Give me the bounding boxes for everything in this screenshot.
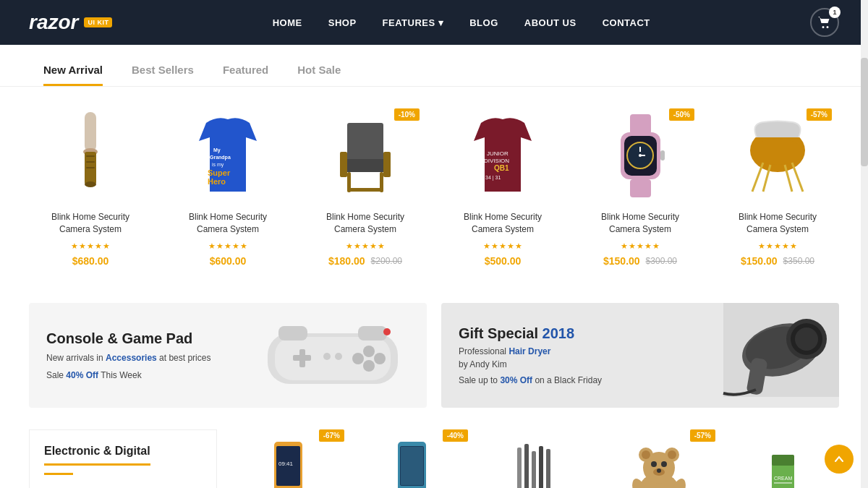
nav-about[interactable]: ABOUT US <box>524 17 576 28</box>
product-name: Blink Home Security Camera System <box>36 211 145 236</box>
product-card-sm[interactable] <box>479 429 592 488</box>
product-card-sm[interactable]: -57% <box>603 429 715 488</box>
product-image: 09:41 <box>268 440 308 488</box>
price-current: $150.00 <box>603 255 640 267</box>
nav-home[interactable]: HOME <box>273 17 302 28</box>
svg-rect-14 <box>340 152 347 177</box>
svg-point-40 <box>363 346 375 357</box>
svg-point-79 <box>661 461 667 467</box>
svg-rect-31 <box>660 150 665 160</box>
scroll-top-button[interactable] <box>825 445 854 474</box>
nav-blog[interactable]: BLOG <box>469 17 498 28</box>
gamepad-image <box>246 312 420 398</box>
svg-rect-68 <box>532 451 536 488</box>
product-name: Blink Home Security Camera System <box>723 211 832 236</box>
svg-point-47 <box>335 353 342 360</box>
svg-text:My: My <box>213 147 221 153</box>
svg-rect-45 <box>299 349 305 367</box>
svg-point-42 <box>352 353 364 364</box>
svg-rect-70 <box>546 449 550 488</box>
price-row: $680.00 <box>72 255 109 267</box>
price-current: $150.00 <box>741 255 778 267</box>
svg-rect-66 <box>517 448 522 488</box>
price-original: $200.00 <box>371 256 402 266</box>
promo-sub-plain: New arrivals in <box>46 353 106 363</box>
svg-text:09:41: 09:41 <box>278 461 294 467</box>
product-card[interactable]: -50% Blink Home <box>579 101 702 274</box>
svg-text:DIVISION: DIVISION <box>484 158 509 164</box>
product-tabs: New Arrival Best Sellers Featured Hot Sa… <box>0 45 868 87</box>
svg-text:JUNIOR: JUNIOR <box>487 150 509 157</box>
product-card[interactable]: -10% Blink Home Security Camera System ★… <box>304 101 427 274</box>
svg-text:QB1: QB1 <box>494 164 509 172</box>
product-card[interactable]: JUNIOR DIVISION QB1 34 | 31 Blink Home S… <box>441 101 564 274</box>
discount-badge: -67% <box>319 429 344 442</box>
svg-rect-88 <box>774 482 792 484</box>
bottom-section: Electronic & Digital -67% 09:41 -40% <box>0 429 868 488</box>
svg-point-6 <box>85 181 96 187</box>
logo-text[interactable]: razor <box>29 11 78 34</box>
tab-hot-sale[interactable]: Hot Sale <box>283 58 355 86</box>
product-stars: ★★★★★ <box>71 241 111 251</box>
promo-section: Console & Game Pad New arrivals in Acces… <box>0 303 868 429</box>
svg-point-33 <box>752 139 804 165</box>
svg-point-81 <box>657 468 661 473</box>
product-image-wrap: -40% <box>355 429 468 488</box>
svg-rect-3 <box>86 155 95 157</box>
tab-best-sellers[interactable]: Best Sellers <box>117 58 208 86</box>
product-stars: ★★★★★ <box>346 241 386 251</box>
product-stars: ★★★★★ <box>483 241 523 251</box>
nav-contact[interactable]: CONTACT <box>603 17 650 28</box>
tab-new-arrival[interactable]: New Arrival <box>29 58 117 86</box>
price-current: $500.00 <box>485 255 522 267</box>
promo-sale-accent: 40% Off <box>66 370 98 380</box>
products-grid: Blink Home Security Camera System ★★★★★ … <box>29 101 839 274</box>
main-nav: HOME SHOP FEATURES ▾ BLOG ABOUT US CONTA… <box>273 17 650 28</box>
bottom-products-row: -67% 09:41 -40% <box>231 429 839 488</box>
promo-sale-gift: Sale up to 30% Off on a Black Friday <box>459 375 602 385</box>
price-current: $180.00 <box>328 255 365 267</box>
promo-card-console[interactable]: Console & Game Pad New arrivals in Acces… <box>29 303 427 408</box>
product-image-wrap: -10% <box>311 108 420 202</box>
price-row: $150.00 $350.00 <box>741 255 814 267</box>
svg-point-78 <box>651 461 657 467</box>
svg-text:Super: Super <box>208 168 231 177</box>
product-card[interactable]: My Grandpa is my Super Hero Blink Home S… <box>166 101 289 274</box>
svg-rect-64 <box>401 447 423 485</box>
product-card[interactable]: -57% Blink Home Security Camera Syste <box>716 101 839 274</box>
promo-text-console: Console & Game Pad New arrivals in Acces… <box>46 330 210 380</box>
nav-shop[interactable]: SHOP <box>328 17 357 28</box>
svg-point-43 <box>363 360 375 372</box>
chevron-up-icon <box>834 454 844 464</box>
svg-rect-48 <box>278 326 307 341</box>
svg-point-56 <box>795 328 818 351</box>
product-name: Blink Home Security Camera System <box>448 211 557 236</box>
price-current: $680.00 <box>72 255 109 267</box>
logo-badge: UI KIT <box>84 17 112 27</box>
svg-rect-69 <box>539 446 543 488</box>
svg-rect-67 <box>524 444 529 488</box>
product-card-sm[interactable]: -40% <box>355 429 468 488</box>
product-image <box>69 112 112 199</box>
svg-rect-5 <box>86 167 95 168</box>
scrollbar[interactable] <box>861 0 868 488</box>
header: razor UI KIT HOME SHOP FEATURES ▾ BLOG A… <box>0 0 868 45</box>
products-section: Blink Home Security Camera System ★★★★★ … <box>0 87 868 303</box>
scrollbar-thumb[interactable] <box>861 58 868 166</box>
svg-point-29 <box>639 154 642 157</box>
cart-button[interactable]: 1 <box>810 8 839 37</box>
product-image: JUNIOR DIVISION QB1 34 | 31 <box>467 116 539 195</box>
price-current: $600.00 <box>210 255 247 267</box>
promo-sub-end: at best prices <box>157 353 211 363</box>
tab-featured[interactable]: Featured <box>208 58 283 86</box>
svg-rect-39 <box>275 337 391 380</box>
promo-card-gift[interactable]: Gift Special 2018 Professional Hair Drye… <box>441 303 839 408</box>
nav-features[interactable]: FEATURES ▾ <box>383 17 444 28</box>
product-card-sm[interactable]: -67% 09:41 <box>231 429 344 488</box>
product-card[interactable]: Blink Home Security Camera System ★★★★★ … <box>29 101 152 274</box>
product-image <box>392 440 432 488</box>
product-image-wrap: -57% <box>723 108 832 202</box>
product-card-sm[interactable]: CREAM <box>726 429 839 488</box>
product-stars: ★★★★★ <box>208 241 248 251</box>
product-image <box>333 116 398 195</box>
